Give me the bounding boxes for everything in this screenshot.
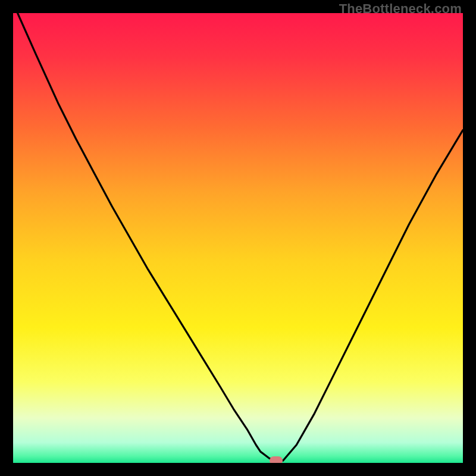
chart-background (13, 13, 463, 463)
chart-frame: TheBottleneck.com (0, 0, 476, 476)
chart-plot-area (13, 13, 463, 463)
watermark-text: TheBottleneck.com (339, 1, 462, 17)
chart-svg (13, 13, 463, 463)
chart-marker (270, 456, 283, 463)
